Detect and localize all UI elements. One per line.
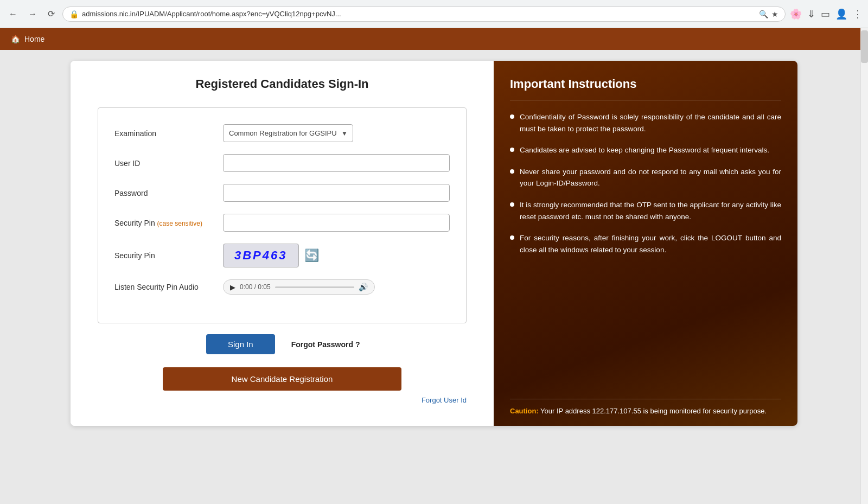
user-id-control — [223, 154, 450, 172]
bullet-icon — [510, 114, 514, 119]
password-row: Password — [114, 184, 450, 202]
audio-progress-bar[interactable] — [275, 286, 354, 288]
list-item: Candidates are advised to keep changing … — [510, 144, 781, 156]
case-note: (case sensitive) — [157, 220, 202, 227]
audio-row: Listen Security Pin Audio ▶ 0:00 / 0:05 … — [114, 279, 450, 295]
bullet-icon — [510, 202, 514, 207]
caution-section: Caution: Your IP address 122.177.107.55 … — [510, 399, 781, 415]
user-id-row: User ID — [114, 154, 450, 172]
forgot-password-link[interactable]: Forgot Password ? — [291, 340, 360, 349]
security-pin-input[interactable] — [223, 214, 450, 232]
examination-row: Examination Common Registration for GGSI… — [114, 124, 450, 142]
caution-text: Your IP address 122.177.107.55 is being … — [539, 407, 767, 415]
instruction-text-1: Confidentiality of Password is solely re… — [520, 111, 781, 135]
instruction-text-5: For security reasons, after finishing yo… — [520, 232, 781, 256]
captcha-area: 3BP463 🔄 — [223, 244, 450, 267]
instruction-list: Confidentiality of Password is solely re… — [510, 111, 781, 393]
audio-time: 0:00 / 0:05 — [240, 283, 271, 291]
examination-select-wrapper: Common Registration for GGSIPU 2024 ▼ — [223, 124, 353, 142]
instructions-panel: Important Instructions Confidentiality o… — [494, 61, 797, 426]
instruction-text-3: Never share your password and do not res… — [520, 166, 781, 189]
home-icon: 🏠 — [11, 35, 20, 43]
examination-select[interactable]: Common Registration for GGSIPU 2024 — [223, 124, 353, 142]
examination-control: Common Registration for GGSIPU 2024 ▼ — [223, 124, 450, 142]
download-icon[interactable]: ⇓ — [807, 8, 815, 20]
volume-icon[interactable]: 🔊 — [359, 283, 368, 291]
new-registration-button[interactable]: New Candidate Registration — [163, 367, 401, 391]
menu-icon[interactable]: ⋮ — [853, 8, 863, 20]
instruction-text-4: It is strongly recommended that the OTP … — [520, 199, 781, 222]
listen-label: Listen Security Pin Audio — [114, 283, 223, 291]
captcha-image: 3BP463 — [223, 244, 299, 267]
instructions-divider — [510, 100, 781, 100]
forward-button[interactable]: → — [25, 7, 40, 21]
form-inner: Examination Common Registration for GGSI… — [98, 107, 467, 323]
home-nav-label[interactable]: Home — [24, 35, 44, 43]
split-view-icon[interactable]: ▭ — [821, 8, 830, 20]
button-row: Sign In Forgot Password ? — [206, 334, 467, 354]
profile-icon[interactable]: 👤 — [835, 8, 847, 20]
sign-in-button[interactable]: Sign In — [206, 334, 275, 354]
examination-label: Examination — [114, 129, 223, 138]
bullet-icon — [510, 148, 514, 152]
scrollbar-track — [860, 28, 868, 502]
url-input[interactable] — [82, 10, 756, 18]
security-icon: 🔒 — [69, 10, 79, 18]
security-pin-input-row: Security Pin (case sensitive) — [114, 214, 450, 232]
list-item: Confidentiality of Password is solely re… — [510, 111, 781, 135]
user-id-label: User ID — [114, 159, 223, 168]
refresh-captcha-button[interactable]: 🔄 — [304, 248, 319, 263]
security-pin-captcha-row: Security Pin 3BP463 🔄 — [114, 244, 450, 267]
bookmark-icon: ★ — [771, 10, 778, 18]
security-pin-label: Security Pin (case sensitive) — [114, 219, 223, 227]
main-card: Registered Candidates Sign-In Examinatio… — [71, 61, 797, 426]
address-bar: 🔒 🔍 ★ — [62, 7, 786, 22]
search-icon: 🔍 — [759, 10, 768, 18]
bullet-icon — [510, 169, 514, 174]
form-panel: Registered Candidates Sign-In Examinatio… — [71, 61, 494, 426]
list-item: Never share your password and do not res… — [510, 166, 781, 189]
top-navigation: 🏠 Home — [0, 28, 868, 50]
audio-control: ▶ 0:00 / 0:05 🔊 — [223, 279, 450, 295]
page-wrapper: Registered Candidates Sign-In Examinatio… — [0, 50, 868, 502]
instruction-text-2: Candidates are advised to keep changing … — [520, 144, 769, 156]
play-button[interactable]: ▶ — [230, 283, 235, 291]
audio-player: ▶ 0:00 / 0:05 🔊 — [223, 279, 375, 295]
security-pin-captcha-label: Security Pin — [114, 251, 223, 260]
back-button[interactable]: ← — [5, 7, 21, 21]
list-item: For security reasons, after finishing yo… — [510, 232, 781, 256]
form-title: Registered Candidates Sign-In — [98, 77, 467, 91]
password-label: Password — [114, 189, 223, 197]
browser-actions: 🌸 ⇓ ▭ 👤 ⋮ — [790, 8, 863, 20]
forgot-user-id-link[interactable]: Forgot User Id — [98, 396, 467, 404]
caution-label: Caution: — [510, 407, 539, 415]
browser-chrome: ← → ⟳ 🔒 🔍 ★ 🌸 ⇓ ▭ 👤 ⋮ — [0, 0, 868, 28]
list-item: It is strongly recommended that the OTP … — [510, 199, 781, 222]
instructions-title: Important Instructions — [510, 77, 781, 91]
extensions-icon[interactable]: 🌸 — [790, 8, 802, 20]
user-id-input[interactable] — [223, 154, 450, 172]
password-control — [223, 184, 450, 202]
password-input[interactable] — [223, 184, 450, 202]
bullet-icon — [510, 235, 514, 240]
reload-button[interactable]: ⟳ — [44, 7, 58, 21]
security-pin-control — [223, 214, 450, 232]
scrollbar-thumb[interactable] — [861, 30, 868, 63]
